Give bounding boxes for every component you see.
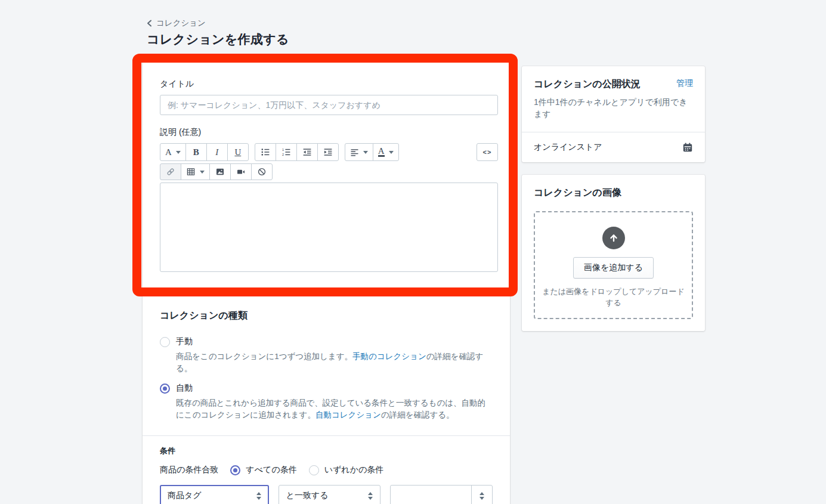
publication-status-card: コレクションの公開状況 管理 1件中1件のチャネルとアプリで利用できます オンラ…: [522, 66, 705, 162]
stepper-icon: [368, 492, 373, 500]
condition-value-input[interactable]: [390, 485, 493, 504]
indent-button[interactable]: [317, 143, 339, 161]
title-input[interactable]: [160, 95, 498, 115]
calendar-icon[interactable]: [682, 142, 693, 153]
bold-button[interactable]: B: [185, 143, 207, 161]
description-label: 説明 (任意): [160, 127, 498, 138]
breadcrumb[interactable]: コレクション: [147, 18, 206, 29]
conditions-heading: 条件: [160, 446, 493, 456]
any-conditions-radio[interactable]: [309, 465, 319, 475]
chevron-down-icon: [176, 151, 181, 154]
description-editor-body[interactable]: [160, 183, 498, 272]
link-icon: [166, 167, 175, 177]
numbered-list-button[interactable]: 12: [276, 143, 297, 161]
table-button[interactable]: [181, 163, 210, 180]
title-label: タイトル: [160, 79, 498, 89]
stepper-icon: [256, 492, 261, 500]
list-indent-group: 12: [255, 143, 339, 161]
manual-collection-link[interactable]: 手動のコレクション: [352, 352, 426, 361]
code-view-button[interactable]: <>: [477, 143, 498, 161]
text-style-group: A B I U: [160, 143, 249, 161]
video-camera-icon: [236, 167, 246, 177]
collection-image-card: コレクションの画像 画像を追加する または画像をドロップしてアップロードする: [522, 175, 705, 331]
collection-image-heading: コレクションの画像: [534, 187, 693, 199]
link-button[interactable]: [160, 163, 181, 180]
publication-status-heading: コレクションの公開状況: [534, 78, 641, 91]
text-color-button[interactable]: A: [373, 143, 399, 161]
manual-type-description: 商品をこのコレクションに1つずつ追加します。手動のコレクションの詳細を確認する。: [176, 351, 493, 375]
insert-video-button[interactable]: [230, 163, 252, 180]
media-group: [160, 163, 273, 180]
all-conditions-radio[interactable]: [230, 465, 240, 475]
bullet-list-button[interactable]: [255, 143, 276, 161]
clear-formatting-button[interactable]: [251, 163, 273, 180]
collection-type-heading: コレクションの種類: [160, 310, 493, 322]
svg-text:1: 1: [282, 148, 284, 151]
insert-image-button[interactable]: [209, 163, 231, 180]
bullet-list-icon: [261, 147, 270, 157]
chevron-down-icon: [363, 151, 368, 154]
underline-button[interactable]: U: [227, 143, 249, 161]
stepper-icon: [479, 492, 484, 500]
editor-toolbar-row-2: [160, 163, 498, 180]
page-title: コレクションを作成する: [147, 31, 289, 48]
table-icon: [186, 167, 196, 177]
italic-button[interactable]: I: [206, 143, 228, 161]
image-icon: [215, 167, 225, 177]
svg-text:2: 2: [282, 153, 284, 156]
auto-type-description: 既存の商品とこれから追加する商品で、設定している条件と一致するものは、自動的にこ…: [176, 397, 493, 421]
title-description-section: タイトル 説明 (任意) A B I U: [143, 60, 510, 289]
online-store-row: オンラインストア: [522, 132, 705, 162]
chevron-down-icon: [200, 171, 205, 174]
conditions-section: 条件 商品の条件合致 すべての条件 いずれかの条件 商品タグ と一致する: [143, 436, 510, 504]
chevron-left-icon: [147, 20, 152, 27]
breadcrumb-label[interactable]: コレクション: [156, 18, 206, 29]
match-label: 商品の条件合致: [160, 465, 218, 475]
indent-icon: [323, 147, 333, 157]
condition-operator-select[interactable]: と一致する: [279, 485, 381, 504]
auto-collection-link[interactable]: 自動コレクション: [315, 410, 381, 419]
chevron-down-icon: [389, 151, 394, 154]
upload-arrow-icon: [602, 227, 625, 249]
editor-toolbar-row-1: A B I U: [160, 143, 498, 161]
format-style-button[interactable]: A: [160, 143, 186, 161]
online-store-label: オンラインストア: [534, 142, 602, 153]
align-button[interactable]: [345, 143, 373, 161]
availability-text: 1件中1件のチャネルとアプリで利用できます: [534, 96, 693, 120]
condition-field-select[interactable]: 商品タグ: [160, 485, 269, 504]
manage-link[interactable]: 管理: [676, 78, 693, 89]
any-conditions-option[interactable]: いずれかの条件: [309, 465, 384, 475]
collection-type-section: コレクションの種類 手動 商品をこのコレクションに1つずつ追加します。手動のコレ…: [143, 289, 510, 435]
image-dropzone[interactable]: 画像を追加する または画像をドロップしてアップロードする: [534, 211, 693, 319]
condition-value-stepper[interactable]: [471, 486, 492, 504]
align-left-icon: [350, 148, 359, 157]
all-conditions-option[interactable]: すべての条件: [230, 465, 296, 475]
numbered-list-icon: 12: [281, 147, 291, 157]
drop-hint-text: または画像をドロップしてアップロードする: [541, 286, 686, 308]
auto-radio[interactable]: [160, 384, 170, 394]
outdent-button[interactable]: [296, 143, 318, 161]
add-image-button[interactable]: 画像を追加する: [573, 257, 654, 279]
align-color-group: A: [345, 143, 399, 161]
collection-form-card: タイトル 説明 (任意) A B I U: [143, 60, 510, 504]
outdent-icon: [302, 147, 312, 157]
sidebar: コレクションの公開状況 管理 1件中1件のチャネルとアプリで利用できます オンラ…: [522, 66, 705, 331]
auto-type-option[interactable]: 自動: [160, 383, 493, 394]
manual-type-option[interactable]: 手動: [160, 336, 493, 347]
prohibited-icon: [257, 167, 267, 177]
manual-radio[interactable]: [160, 337, 170, 347]
